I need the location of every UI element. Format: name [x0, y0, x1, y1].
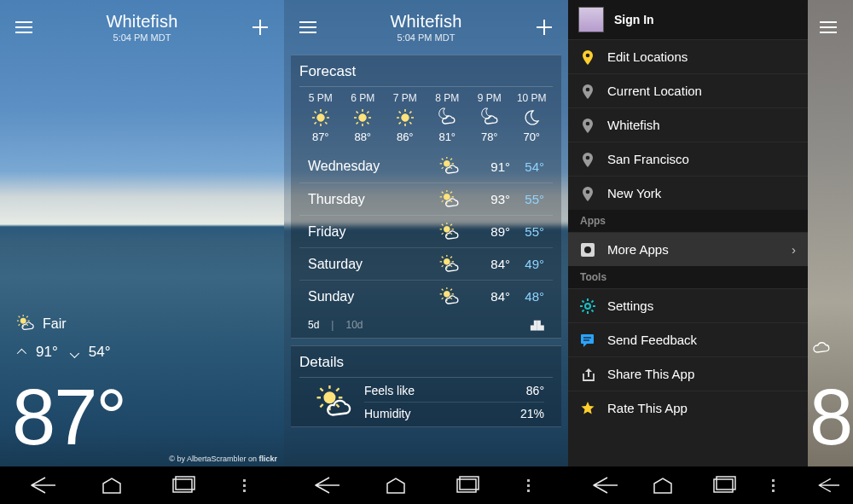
header: Whitefish 5:04 PM MDT: [0, 0, 284, 55]
android-navbar: [0, 466, 284, 504]
android-navbar: [808, 466, 853, 504]
cloud-icon: [811, 337, 832, 359]
gear-icon: [580, 298, 595, 314]
daily-row[interactable]: Wednesday 91° 54°: [299, 150, 553, 182]
nav-back-icon[interactable]: [589, 476, 618, 495]
nav-overflow-icon[interactable]: [769, 479, 779, 492]
nav-home-icon[interactable]: [97, 476, 126, 495]
suncloud-icon: [438, 157, 462, 176]
drawer-location-item[interactable]: New York: [568, 176, 808, 210]
drawer-header[interactable]: Sign In: [568, 0, 808, 39]
hourly-item[interactable]: 7 PM 86°: [384, 92, 426, 143]
drawer-location-item[interactable]: Edit Locations: [568, 39, 808, 73]
chevron-right-icon: ›: [792, 242, 796, 257]
suncloud-icon: [308, 385, 364, 420]
current-temp-partial: 8: [809, 378, 853, 456]
drawer-location-item[interactable]: Whitefish: [568, 107, 808, 142]
daily-row[interactable]: Sunday 84° 48°: [299, 280, 553, 312]
nav-recent-icon[interactable]: [452, 476, 481, 495]
daily-forecast: Wednesday 91° 54° Thursday 93° 55° Frida…: [299, 150, 553, 312]
current-condition: Fair: [17, 315, 67, 333]
details-card: Details Feels like86° Humidity21%: [291, 345, 561, 427]
high-temp: 91°: [36, 344, 58, 361]
mooncloud-icon: [437, 107, 457, 128]
nav-overflow-icon[interactable]: [239, 479, 249, 492]
pin-icon: [580, 118, 595, 133]
star-icon: [580, 401, 595, 416]
sun-icon: [310, 107, 331, 128]
add-location-icon[interactable]: [248, 15, 272, 39]
local-time: 5:04 PM MDT: [36, 32, 248, 43]
nav-recent-icon[interactable]: [709, 476, 738, 495]
forecast-title: Forecast: [299, 55, 553, 87]
header-title[interactable]: Whitefish 5:04 PM MDT: [36, 12, 248, 43]
forecast-card: Forecast 5 PM 87° 6 PM 88° 7 PM 86° 8 PM…: [291, 55, 561, 339]
pin-icon: [580, 152, 595, 167]
mooncloud-icon: [479, 107, 500, 128]
low-temp: 54°: [89, 344, 111, 361]
suncloud-icon: [438, 255, 462, 274]
hourly-item[interactable]: 8 PM 81°: [426, 92, 469, 143]
sun-icon: [395, 107, 415, 128]
nav-recent-icon[interactable]: [168, 476, 197, 495]
suncloud-icon: [438, 287, 462, 306]
drawer-item-more-apps[interactable]: More Apps ›: [568, 232, 808, 266]
hourly-item[interactable]: 9 PM 78°: [468, 92, 511, 143]
daily-row[interactable]: Saturday 84° 49°: [299, 247, 553, 280]
suncloud-icon: [438, 223, 462, 241]
drawer-tool-item[interactable]: Settings: [568, 288, 808, 322]
toggle-5d[interactable]: 5d: [308, 319, 319, 331]
condition-text: Fair: [43, 316, 67, 332]
daily-row[interactable]: Thursday 93° 55°: [299, 182, 553, 215]
drawer-tool-item[interactable]: Rate This App: [568, 391, 808, 425]
feels-like-label: Feels like: [364, 384, 415, 397]
hourly-item[interactable]: 6 PM 88°: [342, 92, 385, 143]
suncloud-icon: [17, 315, 36, 333]
high-low: 91° 54°: [17, 344, 110, 361]
nav-home-icon[interactable]: [648, 476, 677, 495]
header-title[interactable]: Whitefish 5:04 PM MDT: [320, 12, 532, 43]
drawer-location-item[interactable]: Current Location: [568, 73, 808, 107]
menu-icon[interactable]: [816, 15, 840, 39]
add-location-icon[interactable]: [532, 15, 556, 39]
share-icon: [580, 367, 595, 382]
drawer-location-item[interactable]: San Francisco: [568, 142, 808, 176]
menu-icon[interactable]: [296, 15, 320, 39]
menu-icon[interactable]: [12, 15, 36, 39]
photo-credit[interactable]: © by AlbertaScrambler on flickr: [169, 455, 277, 463]
drawer-tool-item[interactable]: Send Feedback: [568, 322, 808, 356]
feels-like-value: 86°: [526, 384, 544, 397]
nav-back-icon[interactable]: [815, 476, 839, 495]
current-temp: 87°: [12, 378, 125, 456]
daily-row[interactable]: Friday 89° 55°: [299, 215, 553, 247]
hourly-forecast[interactable]: 5 PM 87° 6 PM 88° 7 PM 86° 8 PM 81° 9 PM…: [299, 87, 553, 150]
nav-home-icon[interactable]: [381, 476, 410, 495]
section-tools: Tools: [568, 266, 808, 288]
details-title: Details: [299, 346, 553, 378]
apps-icon: [580, 242, 595, 258]
hourly-item[interactable]: 5 PM 87°: [299, 92, 342, 143]
header: Whitefish 5:04 PM MDT: [284, 0, 568, 55]
city-name: Whitefish: [36, 12, 248, 32]
pin-icon: [580, 84, 595, 99]
nav-back-icon[interactable]: [26, 476, 55, 495]
arrow-up-icon: [17, 349, 26, 358]
arrow-down-icon: [69, 349, 78, 358]
drawer-tool-item[interactable]: Share This App: [568, 356, 808, 391]
range-toggle: 5d | 10d ▟▙: [299, 312, 553, 338]
header: [808, 0, 853, 55]
humidity-label: Humidity: [364, 407, 410, 420]
nav-drawer: Sign In Edit Locations Current Location …: [568, 0, 808, 504]
hourly-item[interactable]: 10 PM 70°: [511, 92, 554, 143]
pin-icon: [580, 49, 595, 65]
chat-icon: [580, 333, 595, 348]
suncloud-icon: [438, 190, 462, 209]
android-navbar: [284, 466, 568, 504]
nav-back-icon[interactable]: [310, 476, 339, 495]
nav-overflow-icon[interactable]: [523, 479, 533, 492]
avatar: [578, 7, 604, 32]
toggle-10d[interactable]: 10d: [345, 319, 363, 331]
weather-underground-icon[interactable]: ▟▙: [531, 321, 544, 330]
pin-icon: [580, 186, 595, 201]
sign-in-label: Sign In: [614, 13, 654, 26]
